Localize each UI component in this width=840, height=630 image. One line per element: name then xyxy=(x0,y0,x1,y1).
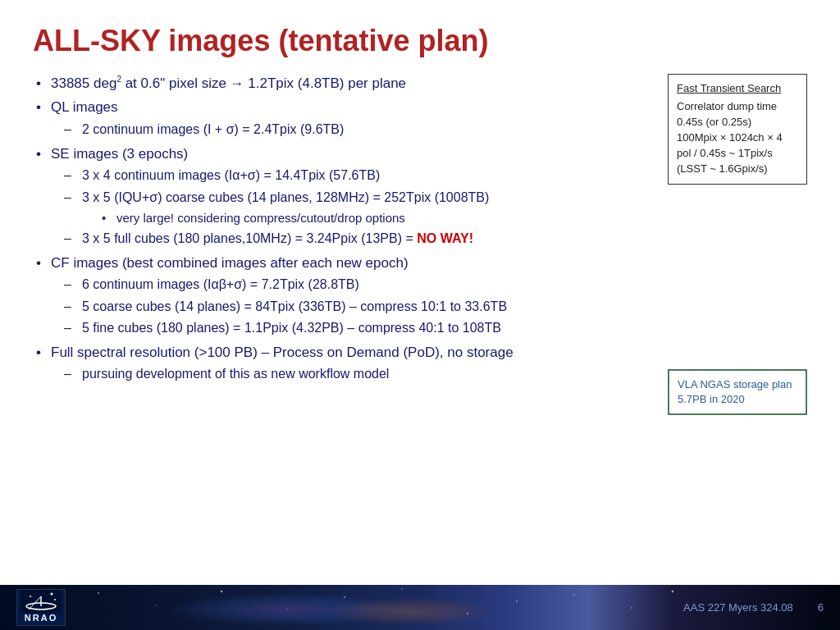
svg-point-7 xyxy=(98,592,99,594)
sub-list-2: 2 continuum images (I + σ) = 2.4Tpix (9.… xyxy=(59,121,651,139)
fast-transient-title: Fast Transient Search xyxy=(677,81,798,97)
svg-point-8 xyxy=(155,605,157,606)
svg-point-6 xyxy=(54,599,56,600)
main-content: 33885 deg2 at 0.6" pixel size → 1.2Tpix … xyxy=(33,74,651,415)
svg-point-16 xyxy=(631,607,632,609)
logo-graphic xyxy=(21,590,62,613)
svg-point-14 xyxy=(516,600,518,602)
svg-point-11 xyxy=(344,596,345,598)
fast-transient-line3: (LSST ~ 1.6Gpix/s) xyxy=(677,162,768,175)
svg-point-5 xyxy=(30,596,31,597)
footer-citation: AAS 227 Myers 324.08 xyxy=(683,601,793,614)
sub-list-item-2-1-text: 2 continuum images (I + σ) = 2.4Tpix (9.… xyxy=(82,122,344,136)
list-item-4: CF images (best combined images after ea… xyxy=(33,253,651,338)
svg-point-13 xyxy=(467,613,468,614)
fast-transient-line2: 100Mpix × 1024ch × 4 pol / 0.45s ~ 1Tpix… xyxy=(677,131,783,159)
sub-sub-list-3-2: very large! considering compress/cutout/… xyxy=(98,209,651,226)
starfield xyxy=(57,585,676,630)
svg-point-10 xyxy=(286,609,287,609)
sub-list-item-4-1: 6 continuum images (Iαβ+σ) = 7.2Tpix (28… xyxy=(59,276,651,294)
list-item-1-text: 33885 deg2 at 0.6" pixel size → 1.2Tpix … xyxy=(51,75,406,91)
svg-point-4 xyxy=(51,593,53,596)
sub-list-4: 6 continuum images (Iαβ+σ) = 7.2Tpix (28… xyxy=(59,276,651,337)
fast-transient-box: Fast Transient Search Correlator dump ti… xyxy=(668,74,807,185)
list-item-3-text: SE images (3 epochs) xyxy=(51,146,188,162)
sub-list-item-2-1: 2 continuum images (I + σ) = 2.4Tpix (9.… xyxy=(59,121,651,139)
footer-page: 6 xyxy=(818,601,824,614)
sub-list-item-5-1: pursuing development of this as new work… xyxy=(59,365,651,383)
list-item-2: QL images 2 continuum images (I + σ) = 2… xyxy=(33,98,651,139)
sub-list-item-3-2-text: 3 x 5 (IQU+σ) coarse cubes (14 planes, 1… xyxy=(82,190,489,204)
sub-list-item-3-1-text: 3 x 4 continuum images (Iα+σ) = 14.4Tpix… xyxy=(82,168,380,182)
content-area: 33885 deg2 at 0.6" pixel size → 1.2Tpix … xyxy=(33,74,807,415)
list-item-5-text: Full spectral resolution (>100 PB) – Pro… xyxy=(51,345,514,360)
footer: NRAO AAS 227 Myers 324.08 6 xyxy=(0,585,840,630)
sub-list-item-4-3: 5 fine cubes (180 planes) = 1.1Ppix (4.3… xyxy=(59,319,651,337)
no-way-text: NO WAY! xyxy=(417,231,473,245)
sub-list-item-3-1: 3 x 4 continuum images (Iα+σ) = 14.4Tpix… xyxy=(59,167,651,185)
sub-sub-list-item-3-2-1: very large! considering compress/cutout/… xyxy=(98,209,651,226)
fast-transient-line1: Correlator dump time 0.45s (or 0.25s) xyxy=(677,100,777,128)
sub-list-item-4-2: 5 coarse cubes (14 planes) = 84Tpix (336… xyxy=(59,298,651,316)
list-item-1: 33885 deg2 at 0.6" pixel size → 1.2Tpix … xyxy=(33,74,651,94)
main-list: 33885 deg2 at 0.6" pixel size → 1.2Tpix … xyxy=(33,74,651,384)
sub-list-item-3-3: 3 x 5 full cubes (180 planes,10MHz) = 3.… xyxy=(59,230,651,248)
sub-list-3: 3 x 4 continuum images (Iα+σ) = 14.4Tpix… xyxy=(59,167,651,248)
list-item-3: SE images (3 epochs) 3 x 4 continuum ima… xyxy=(33,144,651,249)
sub-list-item-5-1-text: pursuing development of this as new work… xyxy=(82,367,389,381)
list-item-5: Full spectral resolution (>100 PB) – Pro… xyxy=(33,343,651,384)
list-item-2-text: QL images xyxy=(51,99,118,115)
sub-list-item-3-3-text: 3 x 5 full cubes (180 planes,10MHz) = 3.… xyxy=(82,231,473,245)
slide-title: ALL-SKY images (tentative plan) xyxy=(33,25,807,57)
right-panel: Fast Transient Search Correlator dump ti… xyxy=(668,74,807,415)
vla-box-text: VLA NGAS storage plan 5.7PB in 2020 xyxy=(678,378,792,405)
sub-list-item-4-1-text: 6 continuum images (Iαβ+σ) = 7.2Tpix (28… xyxy=(82,277,359,291)
svg-point-15 xyxy=(573,594,575,596)
vla-ngas-box: VLA NGAS storage plan 5.7PB in 2020 xyxy=(668,369,807,415)
sub-list-item-3-2: 3 x 5 (IQU+σ) coarse cubes (14 planes, 1… xyxy=(59,189,651,226)
list-item-4-text: CF images (best combined images after ea… xyxy=(51,255,409,271)
svg-point-9 xyxy=(221,591,222,592)
sub-sub-item-text: very large! considering compress/cutout/… xyxy=(116,211,405,225)
sub-list-item-4-2-text: 5 coarse cubes (14 planes) = 84Tpix (336… xyxy=(82,299,507,313)
sub-list-5: pursuing development of this as new work… xyxy=(59,365,651,383)
svg-point-12 xyxy=(401,588,403,590)
sub-list-item-4-3-text: 5 fine cubes (180 planes) = 1.1Ppix (4.3… xyxy=(82,321,501,335)
slide: ALL-SKY images (tentative plan) 33885 de… xyxy=(0,0,840,630)
nrao-text-label: NRAO xyxy=(25,613,57,623)
footer-right: AAS 227 Myers 324.08 6 xyxy=(683,601,824,614)
svg-point-17 xyxy=(672,591,674,593)
